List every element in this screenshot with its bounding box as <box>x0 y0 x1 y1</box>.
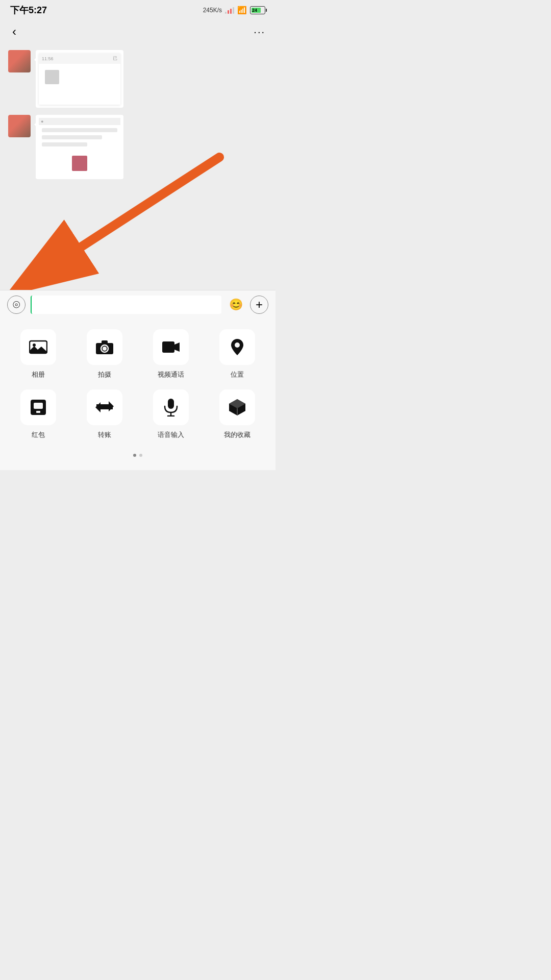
location-icon-box <box>219 329 255 365</box>
screenshot-element-1 <box>45 70 59 84</box>
video-icon-box <box>153 329 189 365</box>
svg-rect-13 <box>34 403 43 409</box>
signal-bar-2 <box>228 10 229 14</box>
action-album[interactable]: 相册 <box>10 329 66 379</box>
message-item: 11:56 已 <box>8 50 267 108</box>
action-voiceinput[interactable]: 语音输入 <box>143 389 199 439</box>
screenshot-indicator: ● <box>41 119 43 124</box>
avatar-2 <box>8 115 31 137</box>
screenshot-body-1 <box>39 64 120 105</box>
signal-bar-4 <box>233 7 234 14</box>
transfer-icon <box>95 400 114 414</box>
mic-icon <box>164 398 178 416</box>
screenshot-body-2 <box>39 125 120 176</box>
action-redpacket[interactable]: 红包 <box>10 389 66 439</box>
redpacket-label: 红包 <box>32 430 45 439</box>
screenshot-top-bar-2: ● <box>39 118 120 125</box>
screenshot-preview-2: ● <box>39 118 120 176</box>
location-icon <box>230 338 244 356</box>
transfer-label: 转账 <box>98 430 111 439</box>
text-line-1 <box>42 128 117 132</box>
camera-icon <box>95 339 114 355</box>
camera-label: 拍摄 <box>98 370 111 379</box>
camera-icon-box <box>87 329 122 365</box>
top-nav: ‹ ··· <box>0 18 276 45</box>
signal-bar-3 <box>230 9 232 14</box>
message-bubble-1: 11:56 已 <box>36 50 123 108</box>
favorites-icon-box <box>219 389 255 425</box>
screenshot-preview-1: 11:56 已 <box>39 53 120 105</box>
page-dots <box>5 450 270 465</box>
action-camera[interactable]: 拍摄 <box>77 329 133 379</box>
more-button[interactable]: ··· <box>254 26 265 38</box>
svg-rect-6 <box>102 340 108 344</box>
back-button[interactable]: ‹ <box>10 22 18 41</box>
screenshot-read: 已 <box>113 55 117 62</box>
video-label: 视频通话 <box>158 370 184 379</box>
message-input[interactable] <box>31 296 221 314</box>
plus-icon: + <box>256 299 263 311</box>
favorites-label: 我的收藏 <box>224 430 251 439</box>
screenshot-pink-element <box>72 156 87 171</box>
status-right: 245K/s 📶 24 <box>203 6 265 15</box>
voiceinput-label: 语音输入 <box>158 430 184 439</box>
text-line-2 <box>42 135 102 139</box>
input-bar: ⦾ 😊 + <box>0 290 276 319</box>
emoji-button[interactable]: 😊 <box>227 296 245 314</box>
svg-point-8 <box>103 347 107 351</box>
dot-1 <box>133 454 136 457</box>
svg-marker-3 <box>30 346 47 353</box>
plus-button[interactable]: + <box>250 296 268 314</box>
svg-rect-14 <box>36 411 40 413</box>
text-line-3 <box>42 142 87 146</box>
svg-marker-10 <box>174 342 180 352</box>
dot-2 <box>139 454 142 457</box>
action-transfer[interactable]: 转账 <box>77 389 133 439</box>
message-item-2: ● <box>8 115 267 179</box>
box-icon <box>229 399 246 416</box>
svg-rect-9 <box>162 341 174 353</box>
voice-icon: ⦾ <box>13 300 20 310</box>
redpacket-icon-box <box>20 389 56 425</box>
emoji-icon: 😊 <box>229 298 243 311</box>
battery-level: 24 <box>252 7 257 13</box>
album-icon-box <box>20 329 56 365</box>
album-label: 相册 <box>32 370 45 379</box>
action-video[interactable]: 视频通话 <box>143 329 199 379</box>
status-bar: 下午5:27 245K/s 📶 24 <box>0 0 276 18</box>
action-row-2: 红包 转账 语音输入 <box>5 389 270 439</box>
svg-rect-17 <box>168 399 174 409</box>
action-row-1: 相册 拍摄 视频通话 <box>5 329 270 379</box>
screenshot-time: 11:56 <box>42 56 54 61</box>
voiceinput-icon-box <box>153 389 189 425</box>
network-speed: 245K/s <box>203 7 222 14</box>
signal-bars <box>225 7 234 14</box>
wifi-icon: 📶 <box>237 6 247 15</box>
action-panel: 相册 拍摄 视频通话 <box>0 319 276 470</box>
svg-point-4 <box>33 344 36 347</box>
svg-point-11 <box>235 342 240 348</box>
battery: 24 <box>250 6 265 14</box>
status-time: 下午5:27 <box>10 4 47 16</box>
signal-bar-1 <box>225 12 227 14</box>
action-location[interactable]: 位置 <box>209 329 265 379</box>
video-icon <box>162 340 180 354</box>
avatar <box>8 50 31 72</box>
screenshot-top-bar: 11:56 已 <box>39 53 120 64</box>
album-icon <box>29 339 47 355</box>
action-favorites[interactable]: 我的收藏 <box>209 389 265 439</box>
transfer-icon-box <box>87 389 122 425</box>
avatar-image <box>8 50 31 72</box>
voice-button[interactable]: ⦾ <box>7 296 26 314</box>
message-bubble-2: ● <box>36 115 123 179</box>
chat-area: 11:56 已 ● <box>0 45 276 290</box>
location-label: 位置 <box>231 370 244 379</box>
redpacket-icon <box>30 399 47 416</box>
avatar-image-2 <box>8 115 31 137</box>
